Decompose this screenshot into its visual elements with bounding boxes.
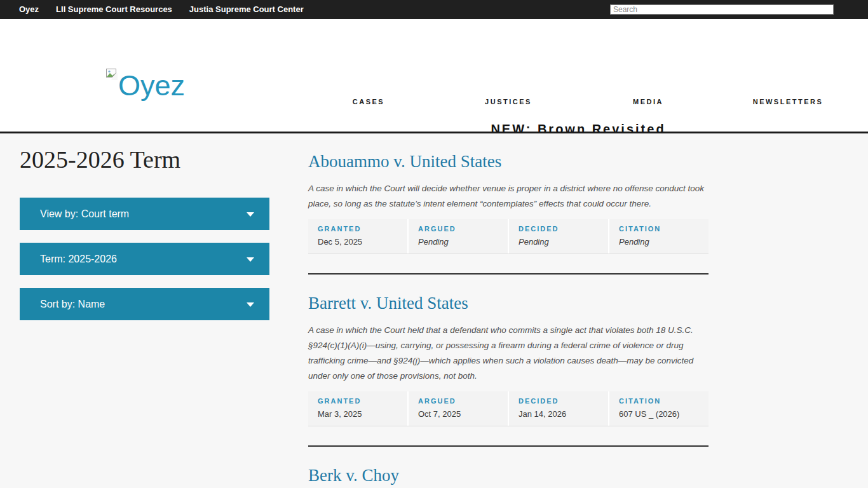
nav-justices[interactable]: JUSTICES xyxy=(485,98,532,105)
stat-value-argued: Pending xyxy=(418,237,504,247)
sort-by-label: Sort by: Name xyxy=(40,299,105,309)
stat-label-argued: ARGUED xyxy=(418,225,504,233)
chevron-down-icon xyxy=(247,302,254,307)
stat-label-citation: CITATION xyxy=(619,225,705,233)
site-header: Oyez CASES JUSTICES MEDIA NEWSLETTERS NE… xyxy=(0,19,868,132)
chevron-down-icon xyxy=(247,212,254,217)
stat-value-citation: 607 US _ (2026) xyxy=(619,409,705,419)
stat-value-citation: Pending xyxy=(619,237,705,247)
stat-granted: GRANTED Dec 5, 2025 xyxy=(308,219,407,254)
stat-decided: DECIDED Jan 14, 2026 xyxy=(508,391,608,426)
stat-value-decided: Jan 14, 2026 xyxy=(519,409,604,419)
stat-argued: ARGUED Oct 7, 2025 xyxy=(407,391,508,426)
term-title: 2025-2026 Term xyxy=(20,146,269,173)
nav-media[interactable]: MEDIA xyxy=(633,98,663,105)
case-stats-table: GRANTED Mar 3, 2025 ARGUED Oct 7, 2025 D… xyxy=(308,391,709,426)
stat-value-granted: Dec 5, 2025 xyxy=(318,237,403,247)
stat-label-decided: DECIDED xyxy=(519,397,604,405)
case-stats-table: GRANTED Dec 5, 2025 ARGUED Pending DECID… xyxy=(308,219,709,254)
stat-label-decided: DECIDED xyxy=(519,225,604,233)
case-item: Abouammo v. United States A case in whic… xyxy=(308,133,709,274)
chevron-down-icon xyxy=(247,257,254,262)
topbar-link-oyez[interactable]: Oyez xyxy=(19,0,39,19)
sidebar: 2025-2026 Term View by: Court term Term:… xyxy=(20,133,269,320)
case-link-abouammo-v-united-states[interactable]: Abouammo v. United States xyxy=(308,151,501,172)
stat-argued: ARGUED Pending xyxy=(407,219,508,254)
term-label: Term: 2025-2026 xyxy=(40,254,117,264)
case-description: A case in which the Court will decide wh… xyxy=(308,181,709,212)
view-by-label: View by: Court term xyxy=(40,208,129,219)
logo-link[interactable]: Oyez xyxy=(106,67,185,100)
stat-label-granted: GRANTED xyxy=(318,225,403,233)
case-link-berk-v-choy[interactable]: Berk v. Choy xyxy=(308,464,399,486)
case-item: Berk v. Choy xyxy=(308,447,709,486)
sort-by-dropdown[interactable]: Sort by: Name xyxy=(20,288,269,320)
stat-value-argued: Oct 7, 2025 xyxy=(418,409,504,419)
broken-image-icon xyxy=(106,69,118,80)
stat-value-granted: Mar 3, 2025 xyxy=(318,409,403,419)
view-by-dropdown[interactable]: View by: Court term xyxy=(20,198,269,230)
logo-text: Oyez xyxy=(118,71,185,100)
term-dropdown[interactable]: Term: 2025-2026 xyxy=(20,243,269,275)
nav-newsletters[interactable]: NEWSLETTERS xyxy=(753,98,824,105)
stat-citation: CITATION 607 US _ (2026) xyxy=(608,391,709,426)
case-link-barrett-v-united-states[interactable]: Barrett v. United States xyxy=(308,292,468,314)
search-input[interactable] xyxy=(610,4,834,15)
stat-citation: CITATION Pending xyxy=(608,219,709,254)
stat-label-granted: GRANTED xyxy=(318,397,403,405)
stat-value-decided: Pending xyxy=(519,237,604,247)
stat-granted: GRANTED Mar 3, 2025 xyxy=(308,391,407,426)
topbar-link-lii-resources[interactable]: LII Supreme Court Resources xyxy=(56,0,172,19)
stat-decided: DECIDED Pending xyxy=(508,219,608,254)
top-utility-bar: Oyez LII Supreme Court Resources Justia … xyxy=(0,0,868,19)
case-description: A case in which the Court held that a de… xyxy=(308,323,709,384)
topbar-link-justia-center[interactable]: Justia Supreme Court Center xyxy=(189,0,304,19)
stat-label-citation: CITATION xyxy=(619,397,705,405)
nav-cases[interactable]: CASES xyxy=(353,98,384,105)
case-list: Abouammo v. United States A case in whic… xyxy=(308,133,709,486)
case-item: Barrett v. United States A case in which… xyxy=(308,274,709,447)
stat-label-argued: ARGUED xyxy=(418,397,504,405)
